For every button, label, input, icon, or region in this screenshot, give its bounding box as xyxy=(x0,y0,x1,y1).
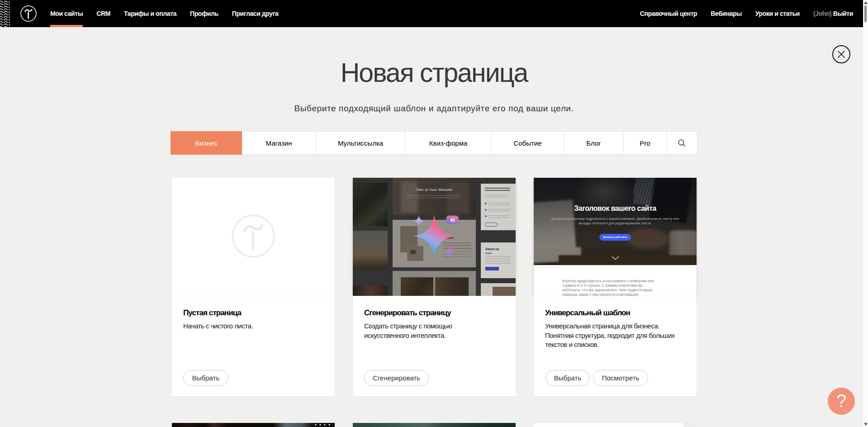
svg-text:AI: AI xyxy=(450,217,455,223)
